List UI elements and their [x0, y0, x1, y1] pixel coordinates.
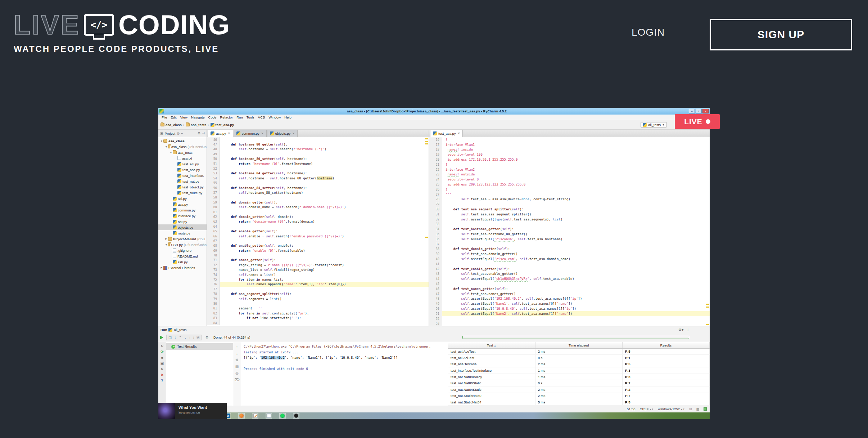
rerun-icon[interactable]: ↻: [161, 344, 163, 348]
warning-stripe-mark[interactable]: [425, 141, 428, 142]
editor-test-asa-py[interactable]: 16!17interface Vlan118 nameif inside19 s…: [429, 137, 710, 326]
code-line[interactable]: 72 regex_string = r'name ({ip}) ([^\s]+)…: [207, 263, 429, 267]
tree-item[interactable]: .gitignore: [158, 247, 207, 253]
tree-item[interactable]: test_interface.: [158, 173, 207, 178]
code-line[interactable]: 81 segment = '': [207, 306, 429, 311]
taskbar-item-spotify[interactable]: [279, 413, 286, 419]
taskbar-item-snagit[interactable]: [238, 413, 245, 419]
warning-stripe-mark[interactable]: [425, 237, 428, 238]
warning-stripe-mark[interactable]: [425, 143, 428, 144]
menu-run[interactable]: Run: [235, 115, 244, 119]
gear-icon[interactable]: ⚙: [198, 131, 200, 135]
code-line[interactable]: 44 self.assertEqual('sh1xHOGhGlncPVRr', …: [429, 276, 710, 281]
layout-icon[interactable]: ▣: [161, 361, 164, 365]
warning-stripe-mark[interactable]: [706, 304, 709, 305]
test-console-output[interactable]: C:\Python27\python.exe "C:\Program Files…: [241, 342, 448, 406]
code-line[interactable]: 62 def domain_setter(self, domain):: [207, 214, 429, 219]
tree-item[interactable]: test_acl.py: [158, 161, 207, 167]
code-line[interactable]: 83 if not line.startswith(' '):: [207, 316, 429, 320]
code-line[interactable]: 20 ip address 172.10.20.1 255.255.255.0: [429, 157, 710, 162]
code-line[interactable]: 32 self.assertEqual(type(self.test_asa.s…: [429, 217, 710, 222]
warning-stripe-mark[interactable]: [425, 138, 428, 139]
tree-item[interactable]: README.md: [158, 253, 207, 259]
code-line[interactable]: 78 def asa_segment_splitter(self):: [207, 292, 429, 296]
lock-icon[interactable]: ⊡: [689, 407, 692, 411]
code-line[interactable]: 60 self.domain_name = self.search(r'doma…: [207, 205, 429, 209]
tree-item[interactable]: test_object.py: [158, 184, 207, 190]
column-header-time-elapsed[interactable]: Time elapsed: [535, 342, 622, 348]
scroll-to-source-icon[interactable]: ◎: [177, 131, 180, 135]
maximize-button[interactable]: ▫: [696, 109, 702, 113]
collapse-panel-icon[interactable]: ⊣: [202, 131, 205, 135]
code-line[interactable]: 66 self.enable = self.search(r'enable pa…: [207, 234, 429, 238]
tree-item[interactable]: route.py: [158, 230, 207, 236]
code-line[interactable]: 49: [207, 152, 429, 156]
code-line[interactable]: 80: [207, 301, 429, 306]
code-line[interactable]: 75 for item in names_list:: [207, 277, 429, 282]
help-icon[interactable]: ?: [161, 379, 163, 383]
tree-expander-icon[interactable]: ▼: [164, 243, 168, 246]
editor-tab-objects-py[interactable]: objects.py✕: [267, 130, 298, 137]
locate-icon[interactable]: ⌖: [181, 131, 183, 135]
caret-position[interactable]: 51:56: [627, 407, 636, 411]
table-row[interactable]: test_nat.StaticNat802 msP:7: [448, 393, 710, 399]
code-line[interactable]: 77: [207, 287, 429, 291]
code-line[interactable]: 58: [207, 195, 429, 200]
run-panel-tab[interactable]: Run: [161, 328, 167, 332]
editor-tab-test_asa-py[interactable]: test_asa.py✕: [430, 130, 463, 137]
code-line[interactable]: 52: [429, 316, 710, 321]
code-line[interactable]: 68 def enable_setter(self, enable):: [207, 243, 429, 248]
menu-vcs[interactable]: VCS: [256, 115, 267, 119]
print-icon[interactable]: ⎙: [236, 371, 239, 375]
collapse-all-icon[interactable]: ⌄: [184, 335, 187, 339]
code-line[interactable]: 52: [207, 166, 429, 171]
code-line[interactable]: 74 self.names = list(): [207, 272, 429, 277]
table-row[interactable]: test_acl.AceTest2 msP:5: [448, 348, 710, 355]
code-line[interactable]: 35 self.test_asa.hostname_80_getter(): [429, 232, 710, 237]
code-line[interactable]: 50 self.assertEqual('10.0.8.46', self.te…: [429, 306, 710, 311]
code-line[interactable]: 29: [429, 202, 710, 207]
tree-item[interactable]: ▶Project-Mallard(C:\U: [158, 236, 207, 242]
tree-item[interactable]: ▼SSH.py(C:\Users\John: [158, 242, 207, 247]
code-line[interactable]: 47 self.test_asa.names_getter(): [429, 291, 710, 296]
breadcrumb-item[interactable]: test_asa.py: [211, 123, 234, 127]
code-line[interactable]: 55: [207, 181, 429, 186]
menu-code[interactable]: Code: [207, 115, 218, 119]
line-ending-selector[interactable]: CRLF▲▼: [640, 407, 654, 411]
notification-indicator[interactable]: [704, 407, 707, 411]
run-configuration-select[interactable]: all_tests ▼: [641, 122, 667, 128]
run-panel-settings-icon[interactable]: ⚙▾: [678, 328, 683, 332]
code-line[interactable]: 59 def domain_getter(self):: [207, 200, 429, 205]
code-line[interactable]: 40 self.assertEqual('cisco.com', self.te…: [429, 256, 710, 262]
menu-help[interactable]: Help: [282, 115, 293, 119]
tab-close-icon[interactable]: ✕: [292, 132, 295, 135]
menu-navigate[interactable]: Navigate: [189, 115, 207, 119]
hide-panel-icon[interactable]: ⊥: [686, 328, 690, 332]
up-icon[interactable]: ↑: [236, 345, 238, 349]
column-header-test[interactable]: Test ▲: [448, 342, 535, 348]
code-line[interactable]: 65 def enable_getter(self):: [207, 229, 429, 233]
code-line[interactable]: 31 self.test_asa.asa_segment_splitter(): [429, 212, 710, 217]
close-icon[interactable]: ✕: [161, 373, 163, 377]
code-line[interactable]: 45: [429, 281, 710, 286]
code-line[interactable]: 46 def test_names_getter(self):: [429, 286, 710, 291]
clear-icon[interactable]: ⌦: [234, 378, 239, 382]
menu-tools[interactable]: Tools: [245, 115, 256, 119]
tree-expander-icon[interactable]: ▼: [169, 151, 173, 154]
code-line[interactable]: 39 self.test_asa.domain_getter(): [429, 251, 710, 256]
stop-icon[interactable]: ■: [161, 356, 163, 359]
warning-stripe-mark[interactable]: [706, 307, 709, 308]
tree-expander-icon[interactable]: ▼: [164, 146, 168, 148]
editor-tab-asa-py[interactable]: asa.py✕: [208, 130, 233, 137]
soft-wrap-icon[interactable]: ▤: [235, 365, 239, 368]
import-icon[interactable]: ⎘: [196, 335, 199, 340]
code-line[interactable]: 24 security-level 0: [429, 177, 710, 182]
tab-close-icon[interactable]: ✕: [228, 132, 230, 135]
menu-refactor[interactable]: Refactor: [218, 115, 235, 119]
editor-asa-py[interactable]: 4647 def hostname_80_getter(self):48 sel…: [207, 137, 429, 326]
expand-all-icon[interactable]: ⌃: [179, 335, 182, 339]
code-line[interactable]: 16!: [429, 137, 710, 142]
code-line[interactable]: 30 def test_asa_segment_splitter(self):: [429, 207, 710, 212]
refresh-icon[interactable]: ⟳: [161, 350, 163, 354]
code-line[interactable]: 17interface Vlan1: [429, 142, 710, 147]
